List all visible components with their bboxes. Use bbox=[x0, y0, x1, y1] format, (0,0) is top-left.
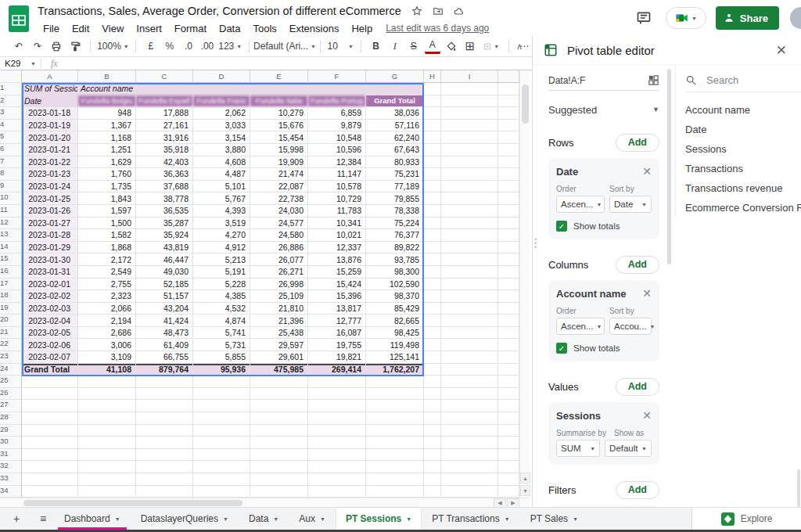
cell[interactable]: Account name bbox=[78, 83, 136, 95]
cell[interactable]: 3,033 bbox=[193, 120, 250, 132]
cell[interactable] bbox=[498, 449, 519, 462]
cell[interactable] bbox=[424, 437, 441, 449]
cell[interactable]: 3,109 bbox=[78, 351, 136, 364]
cell[interactable]: 38,036 bbox=[366, 107, 424, 120]
cell[interactable]: 12,777 bbox=[308, 315, 366, 327]
star-icon[interactable] bbox=[411, 5, 422, 16]
menu-file[interactable]: File bbox=[38, 22, 65, 35]
zoom-select[interactable]: 100%▼ bbox=[98, 38, 128, 54]
cell[interactable]: 25,109 bbox=[250, 290, 308, 303]
menu-insert[interactable]: Insert bbox=[131, 22, 167, 35]
cell[interactable] bbox=[441, 303, 498, 315]
cell[interactable]: 2023-02-05 bbox=[22, 327, 78, 340]
cell[interactable]: 75,224 bbox=[366, 217, 424, 230]
cell[interactable] bbox=[498, 217, 519, 230]
cell[interactable] bbox=[424, 449, 441, 462]
cell[interactable]: 24,580 bbox=[250, 229, 308, 242]
cell[interactable]: 26,271 bbox=[250, 266, 308, 279]
row-header-11[interactable]: 11 bbox=[0, 205, 22, 217]
cell[interactable] bbox=[498, 290, 519, 303]
cell[interactable] bbox=[193, 486, 250, 498]
cell[interactable]: 1,762,207 bbox=[366, 364, 424, 376]
cell[interactable] bbox=[22, 388, 78, 401]
cell[interactable]: 2023-02-07 bbox=[22, 351, 78, 364]
cell[interactable] bbox=[22, 376, 78, 388]
cell[interactable]: 93,785 bbox=[366, 253, 424, 266]
cell[interactable]: 12,337 bbox=[308, 242, 366, 254]
menu-edit[interactable]: Edit bbox=[66, 22, 95, 35]
cell[interactable] bbox=[441, 315, 498, 327]
show-totals-checkbox[interactable]: ✓ bbox=[556, 221, 567, 232]
cell[interactable]: 2023-01-22 bbox=[22, 156, 78, 169]
cell[interactable] bbox=[22, 449, 78, 462]
cell[interactable] bbox=[193, 388, 250, 401]
cell[interactable]: 1,168 bbox=[78, 131, 136, 144]
data-range-row[interactable]: Data!A:F bbox=[548, 70, 659, 91]
cell[interactable]: 5,228 bbox=[193, 279, 250, 291]
cell[interactable]: 2023-01-23 bbox=[22, 168, 78, 181]
cell[interactable] bbox=[424, 242, 441, 254]
select-range-icon[interactable] bbox=[648, 74, 659, 86]
cell[interactable] bbox=[441, 168, 498, 181]
name-box[interactable]: K29▼ bbox=[0, 59, 41, 68]
cell[interactable]: 38,778 bbox=[136, 192, 193, 205]
cell[interactable]: 85,429 bbox=[366, 303, 424, 315]
remove-icon[interactable]: ✕ bbox=[642, 287, 652, 300]
cell[interactable] bbox=[498, 266, 519, 279]
sheet-tab-pt-sales[interactable]: PT Sales▼ bbox=[521, 508, 587, 530]
cell[interactable] bbox=[308, 388, 366, 401]
row-header-7[interactable]: 7 bbox=[0, 156, 22, 169]
cell[interactable] bbox=[136, 461, 193, 473]
cell[interactable] bbox=[498, 156, 519, 169]
cell[interactable] bbox=[424, 192, 441, 205]
row-header-17[interactable]: 17 bbox=[0, 279, 22, 291]
row-header-26[interactable]: 26 bbox=[0, 388, 22, 401]
cell[interactable]: 11,783 bbox=[308, 205, 366, 217]
cell[interactable]: 2,755 bbox=[78, 279, 136, 291]
cell[interactable] bbox=[193, 449, 250, 462]
cell[interactable] bbox=[193, 83, 250, 95]
cell[interactable]: 15,454 bbox=[250, 131, 308, 144]
fill-color-icon[interactable] bbox=[444, 38, 459, 54]
menu-data[interactable]: Data bbox=[214, 22, 246, 35]
font-select[interactable]: Default (Ari...▼ bbox=[257, 38, 313, 54]
row-header-15[interactable]: 15 bbox=[0, 253, 22, 266]
panel-drag-handle[interactable]: ••• bbox=[534, 238, 537, 250]
cell[interactable] bbox=[193, 376, 250, 388]
cell[interactable]: 15,396 bbox=[308, 290, 366, 303]
avatar[interactable] bbox=[790, 7, 801, 29]
bold-button[interactable]: B bbox=[368, 38, 384, 54]
formula-input[interactable] bbox=[58, 57, 532, 70]
cell[interactable]: 43,819 bbox=[136, 242, 193, 254]
format-currency-button[interactable]: £ bbox=[143, 38, 159, 54]
last-edit-link[interactable]: Last edit was 6 days ago bbox=[386, 23, 489, 34]
horizontal-scrollbar-thumb[interactable] bbox=[23, 500, 242, 506]
cell[interactable]: Fundella Franc bbox=[193, 95, 250, 108]
cell[interactable] bbox=[78, 449, 136, 462]
sheet-tab-aux[interactable]: Aux▼ bbox=[289, 508, 335, 530]
cell[interactable] bbox=[441, 290, 498, 303]
field-list-scrollbar[interactable] bbox=[797, 469, 800, 507]
cell[interactable]: 41,424 bbox=[136, 315, 193, 327]
cell[interactable]: 37,688 bbox=[136, 181, 193, 193]
column-header-E[interactable]: E bbox=[250, 70, 308, 83]
cell[interactable]: 9,879 bbox=[308, 120, 366, 132]
cell[interactable]: 5,191 bbox=[193, 266, 250, 279]
cell[interactable]: 125,141 bbox=[366, 351, 424, 364]
order-select[interactable]: Ascen...▼ bbox=[556, 196, 605, 213]
cell[interactable]: 119,498 bbox=[366, 339, 424, 351]
cell[interactable]: 3,519 bbox=[193, 217, 250, 230]
cell[interactable] bbox=[193, 437, 250, 449]
cell[interactable] bbox=[441, 242, 498, 254]
cell[interactable]: 67,643 bbox=[366, 144, 424, 156]
cell[interactable] bbox=[498, 242, 519, 254]
cell[interactable]: 2023-01-21 bbox=[22, 144, 78, 156]
cell[interactable]: 5,767 bbox=[193, 192, 250, 205]
cell[interactable]: 15,424 bbox=[308, 279, 366, 291]
cell[interactable]: 22,087 bbox=[250, 181, 308, 193]
cell[interactable]: 948 bbox=[78, 107, 136, 120]
row-header-32[interactable]: 32 bbox=[0, 461, 22, 473]
cell[interactable]: 1,251 bbox=[78, 144, 136, 156]
cell[interactable]: 2023-02-01 bbox=[22, 279, 78, 291]
field-item-sessions[interactable]: Sessions bbox=[685, 139, 801, 159]
